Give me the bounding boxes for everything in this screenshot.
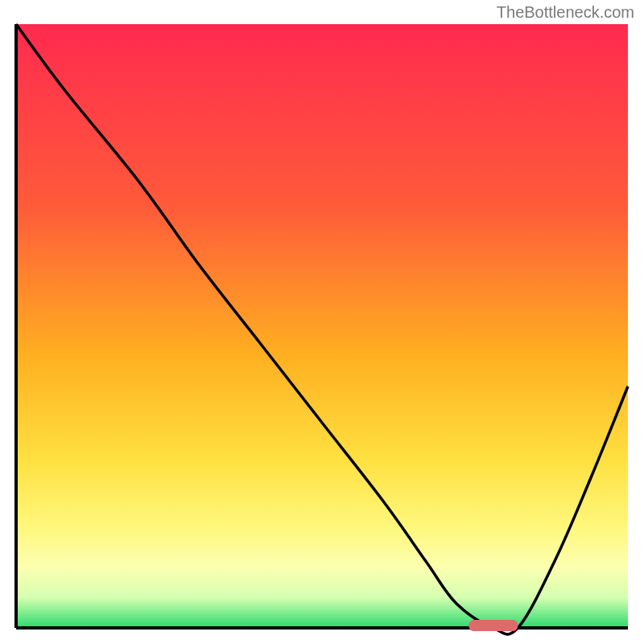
optimum-marker [469, 620, 518, 631]
watermark-text: TheBottleneck.com [497, 3, 634, 22]
bottleneck-chart [0, 0, 644, 644]
plot-background [16, 24, 628, 628]
